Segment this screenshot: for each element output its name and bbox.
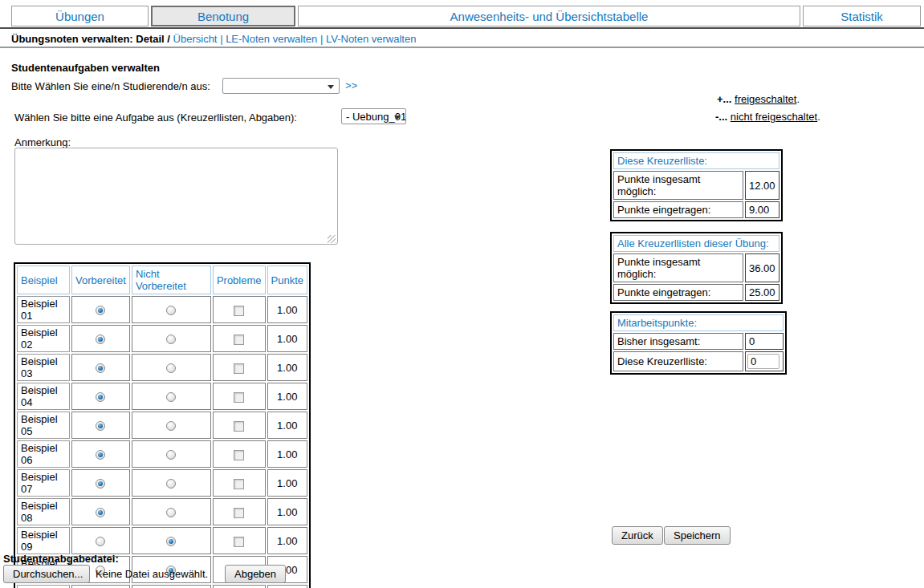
probleme-cell — [213, 383, 266, 410]
tab-statistik[interactable]: Statistik — [803, 6, 921, 26]
table-row: Beispiel 111.00 — [17, 585, 307, 588]
nicht-vorbereitet-cell — [132, 354, 211, 381]
column-header: Beispiel — [17, 266, 70, 294]
checkbox-probleme[interactable] — [234, 479, 244, 489]
beispiel-label: Beispiel 06 — [17, 440, 70, 468]
tab-anwesenheits-uebersichtstabelle[interactable]: Anwesenheits- und Übersichtstabelle — [298, 6, 800, 26]
radio-vorbereitet[interactable] — [96, 450, 105, 460]
checkbox-probleme[interactable] — [234, 508, 244, 518]
table-row: Beispiel 041.00 — [17, 383, 307, 410]
probleme-cell — [213, 412, 266, 439]
vorbereitet-cell — [71, 469, 130, 497]
radio-nicht-vorbereitet[interactable] — [166, 363, 176, 373]
radio-vorbereitet[interactable] — [96, 335, 105, 344]
radio-vorbereitet[interactable] — [96, 508, 105, 517]
tab-benotung[interactable]: Benotung — [151, 6, 295, 26]
radio-nicht-vorbereitet[interactable] — [166, 335, 176, 344]
nicht-vorbereitet-cell — [132, 585, 211, 588]
checkbox-probleme[interactable] — [234, 363, 244, 374]
page: Übungen Benotung Anwesenheits- und Übers… — [0, 0, 924, 588]
vorbereitet-cell — [71, 585, 130, 588]
breadcrumb-separator: / — [167, 33, 170, 45]
summary-row-value: 0 — [745, 333, 784, 350]
summary-row-value: 9.00 — [745, 201, 779, 218]
nicht-vorbereitet-cell — [132, 383, 211, 410]
legend-nicht-freigeschaltet-link[interactable]: nicht freigeschaltet — [731, 111, 817, 123]
radio-nicht-vorbereitet[interactable] — [166, 421, 176, 431]
breadcrumb-current: Übungsnoten verwalten: Detail — [11, 33, 165, 45]
summary-input-cell — [745, 351, 784, 371]
vorbereitet-cell — [71, 527, 130, 554]
anmerkung-textarea[interactable] — [14, 148, 338, 245]
breadcrumb-separator: | — [320, 33, 323, 45]
beispiel-label: Beispiel 07 — [17, 469, 70, 497]
table-row: Beispiel 081.00 — [17, 498, 307, 525]
radio-vorbereitet[interactable] — [96, 363, 105, 373]
breadcrumb-link-le-noten[interactable]: LE-Noten verwalten — [226, 33, 317, 45]
radio-vorbereitet[interactable] — [96, 392, 105, 402]
vorbereitet-cell — [71, 325, 130, 352]
submit-file-button[interactable]: Abgeben — [225, 565, 286, 583]
student-go-link[interactable]: >> — [345, 79, 357, 91]
assignments-table: BeispielVorbereitetNicht VorbereitetProb… — [14, 262, 311, 588]
tab-uebungen[interactable]: Übungen — [11, 6, 149, 26]
vorbereitet-cell — [71, 440, 130, 468]
save-button[interactable]: Speichern — [664, 526, 731, 545]
table-row: Beispiel 031.00 — [17, 354, 307, 381]
legend-freigeschaltet: +... freigeschaltet. — [717, 93, 800, 105]
punkte-value: 1.00 — [267, 585, 307, 588]
summary-table-alle-kreuzerllisten: Alle Kreuzerllisten dieser Übung: Punkte… — [610, 232, 783, 304]
breadcrumb-link-lv-noten[interactable]: LV-Noten verwalten — [326, 33, 417, 45]
browse-button[interactable]: Durchsuchen... — [3, 565, 90, 583]
nicht-vorbereitet-cell — [132, 325, 211, 352]
checkbox-probleme[interactable] — [234, 537, 244, 547]
table-row: Beispiel 051.00 — [17, 412, 307, 439]
back-button[interactable]: Zurück — [612, 526, 663, 545]
radio-nicht-vorbereitet[interactable] — [166, 537, 176, 546]
radio-nicht-vorbereitet[interactable] — [166, 306, 176, 315]
radio-vorbereitet[interactable] — [96, 306, 105, 315]
summary-table-mitarbeitspunkte: Mitarbeitspunkte: Bisher insgesamt: 0 Di… — [610, 311, 787, 375]
mitarbeitspunkte-input[interactable] — [747, 354, 779, 369]
checkbox-probleme[interactable] — [234, 306, 244, 316]
nicht-vorbereitet-cell — [132, 440, 211, 468]
vorbereitet-cell — [71, 412, 130, 439]
radio-vorbereitet[interactable] — [96, 421, 105, 431]
legend-freigeschaltet-link[interactable]: freigeschaltet — [735, 93, 796, 105]
column-header: Probleme — [213, 266, 266, 294]
checkbox-probleme[interactable] — [234, 450, 244, 460]
legend-suffix: . — [796, 93, 800, 105]
beispiel-label: Beispiel 01 — [17, 296, 70, 323]
nicht-vorbereitet-cell — [132, 527, 211, 554]
beispiel-label: Beispiel 03 — [17, 354, 70, 381]
checkbox-probleme[interactable] — [234, 421, 244, 432]
radio-vorbereitet[interactable] — [96, 537, 105, 546]
breadcrumb: Übungsnoten verwalten: Detail / Übersich… — [11, 33, 416, 45]
table-row: Beispiel 071.00 — [17, 469, 307, 497]
radio-nicht-vorbereitet[interactable] — [166, 392, 176, 402]
assignments-header-row: BeispielVorbereitetNicht VorbereitetProb… — [17, 266, 307, 294]
student-select-label: Bitte Wählen Sie eine/n Studierende/n au… — [11, 80, 210, 92]
punkte-value: 1.00 — [267, 296, 307, 323]
summary-row-label: Punkte insgesamt möglich: — [613, 253, 743, 282]
task-select-label: Wählen Sie bitte eine Aufgabe aus (Kreuz… — [14, 112, 297, 124]
probleme-cell — [213, 325, 266, 352]
anmerkung-label: Anmerkung: — [14, 136, 71, 148]
beispiel-label: Beispiel 02 — [17, 325, 70, 352]
beispiel-label: Beispiel 09 — [17, 527, 70, 554]
radio-nicht-vorbereitet[interactable] — [166, 508, 176, 517]
checkbox-probleme[interactable] — [234, 335, 244, 345]
table-row: Beispiel 011.00 — [17, 296, 307, 323]
breadcrumb-link-uebersicht[interactable]: Übersicht — [173, 33, 218, 45]
probleme-cell — [213, 527, 266, 554]
summary-row-label: Diese Kreuzerlliste: — [613, 351, 743, 371]
student-select[interactable] — [222, 78, 340, 94]
radio-vorbereitet[interactable] — [96, 479, 105, 489]
summary-row-label: Punkte eingetragen: — [613, 201, 743, 218]
punkte-value: 1.00 — [267, 383, 307, 410]
task-select[interactable]: - Uebung_01 — [341, 108, 406, 124]
nicht-vorbereitet-cell — [132, 412, 211, 439]
checkbox-probleme[interactable] — [234, 392, 244, 403]
radio-nicht-vorbereitet[interactable] — [166, 450, 176, 460]
radio-nicht-vorbereitet[interactable] — [166, 479, 176, 489]
